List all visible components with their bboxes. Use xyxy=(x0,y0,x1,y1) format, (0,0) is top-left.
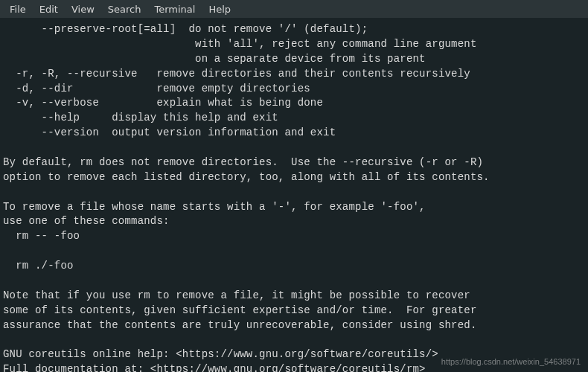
menu-file[interactable]: File xyxy=(3,1,33,17)
menubar: File Edit View Search Terminal Help xyxy=(0,0,588,18)
menu-terminal[interactable]: Terminal xyxy=(147,1,202,17)
menu-help[interactable]: Help xyxy=(202,1,237,17)
terminal-output[interactable]: --preserve-root[=all] do not remove '/' … xyxy=(0,18,588,372)
menu-view[interactable]: View xyxy=(65,1,101,17)
menu-search[interactable]: Search xyxy=(101,1,148,17)
menu-edit[interactable]: Edit xyxy=(33,1,65,17)
watermark-text: https://blog.csdn.net/weixin_54638971 xyxy=(441,357,581,366)
